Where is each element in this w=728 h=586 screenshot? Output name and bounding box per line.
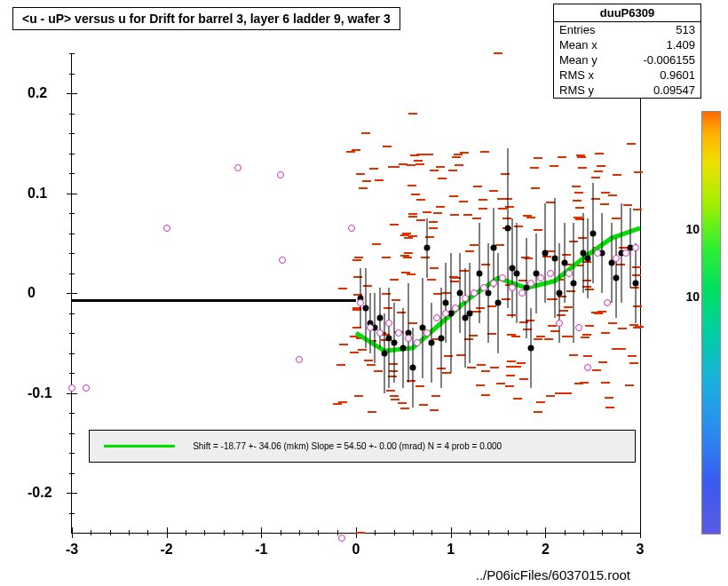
data-point	[632, 280, 638, 286]
data-point	[400, 344, 407, 351]
data-point	[518, 289, 526, 297]
fit-legend: Shift = -18.77 +- 34.06 (mkm) Slope = 54…	[89, 430, 636, 463]
data-point	[499, 274, 506, 281]
stats-row: Mean y-0.006155	[554, 52, 700, 67]
data-point	[414, 339, 421, 346]
data-point	[590, 230, 596, 236]
data-point	[382, 350, 388, 356]
y-tick-label: -0.2	[28, 485, 52, 501]
stats-row: RMS x0.9601	[554, 67, 700, 83]
data-point	[527, 280, 534, 287]
data-point	[542, 250, 549, 257]
data-point	[514, 270, 520, 276]
stats-box: duuP6309 Entries513Mean x1.409Mean y-0.0…	[553, 4, 701, 99]
colorbar	[701, 111, 721, 535]
data-point	[471, 289, 478, 297]
data-point	[504, 225, 510, 231]
y-tick-label: 0	[28, 285, 36, 301]
stats-row: Mean x1.409	[554, 37, 700, 52]
data-point	[405, 335, 412, 342]
y-tick-label: -0.1	[28, 385, 52, 401]
data-point	[367, 324, 374, 331]
data-point	[557, 290, 563, 297]
data-point	[376, 315, 383, 321]
stats-row: RMS y0.09547	[554, 83, 700, 98]
data-point	[452, 305, 459, 312]
data-point	[234, 164, 241, 171]
data-point	[467, 310, 473, 316]
data-point	[462, 295, 469, 302]
data-point	[338, 535, 345, 542]
data-point	[537, 274, 544, 281]
data-point	[385, 320, 392, 327]
x-tick-label: -3	[66, 542, 78, 558]
x-tick-label: 3	[637, 542, 645, 558]
data-point	[571, 280, 577, 286]
data-point	[362, 305, 368, 311]
data-point	[495, 300, 502, 306]
data-point	[279, 257, 286, 264]
data-point	[83, 384, 90, 392]
data-point	[376, 329, 384, 337]
data-point	[584, 364, 591, 371]
data-point	[296, 356, 303, 363]
plot-area: -3-2-10123-0.2-0.100.10.2Shift = -18.77 …	[71, 53, 641, 534]
data-point	[395, 329, 402, 337]
file-caption: ../P06icFiles/6037015.root	[476, 567, 630, 582]
data-point	[486, 290, 492, 297]
data-point	[509, 284, 516, 291]
data-point	[462, 315, 468, 321]
data-point	[622, 249, 629, 257]
data-point	[68, 384, 75, 392]
data-point	[433, 314, 440, 321]
x-tick-label: 1	[447, 542, 455, 558]
stats-row: Entries513	[554, 22, 700, 37]
data-point	[528, 344, 534, 351]
data-point	[490, 280, 497, 287]
data-point	[423, 329, 431, 337]
data-point	[604, 299, 611, 306]
legend-text: Shift = -18.77 +- 34.06 (mkm) Slope = 54…	[193, 441, 502, 451]
data-point	[429, 340, 435, 346]
stats-name: duuP6309	[554, 4, 700, 22]
data-point	[480, 284, 487, 291]
data-point	[556, 320, 563, 327]
data-point	[566, 270, 573, 277]
data-point	[424, 245, 431, 251]
data-point	[613, 255, 620, 262]
data-point	[585, 255, 591, 261]
data-point	[613, 275, 620, 281]
x-tick-label: 2	[542, 542, 550, 558]
data-point	[348, 225, 355, 232]
y-tick-label: 0.1	[28, 186, 47, 202]
y-tick-label: 0.2	[28, 85, 47, 101]
data-point	[443, 300, 449, 306]
data-point	[391, 340, 397, 346]
data-point	[552, 255, 558, 261]
data-point	[490, 245, 496, 251]
data-point	[632, 244, 639, 251]
legend-line-icon	[104, 445, 175, 447]
data-point	[476, 270, 482, 276]
data-point	[442, 310, 449, 317]
x-tick-label: -2	[161, 542, 173, 558]
data-point	[575, 324, 582, 331]
data-point	[547, 270, 554, 277]
x-tick-label: -1	[255, 542, 267, 558]
data-point	[357, 299, 364, 306]
data-point	[594, 249, 601, 257]
colorbar-label: 10	[685, 289, 700, 304]
plot-title: <u - uP> versus u for Drift for barrel 3…	[12, 7, 400, 30]
data-point	[439, 335, 445, 341]
x-tick-label: 0	[352, 542, 360, 558]
data-point	[277, 171, 284, 178]
data-point	[561, 260, 567, 266]
data-point	[163, 225, 170, 232]
data-point	[410, 365, 416, 371]
colorbar-label: 10	[685, 222, 700, 236]
